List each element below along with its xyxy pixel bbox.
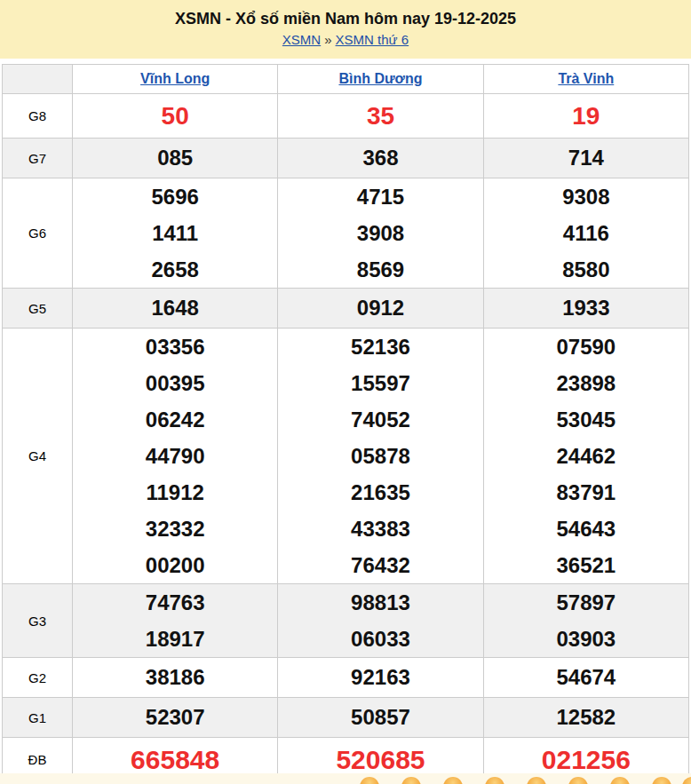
result-number: 3908 (278, 215, 482, 251)
result-number: 05878 (278, 438, 482, 474)
result-number: 368 (278, 139, 482, 178)
lottery-ball-icon (527, 777, 546, 784)
result-number: 8580 (484, 251, 688, 288)
result-number: 085 (73, 139, 277, 178)
ball-strip (0, 773, 691, 784)
prize-row-g3: G3 74763 18917 98813 06033 57897 03903 (3, 584, 689, 658)
result-number: 83791 (484, 474, 688, 511)
corner-cell (3, 65, 73, 94)
prize-row-g7: G7 085 368 714 (3, 139, 689, 178)
prize-row-g4: G4 03356 00395 06242 44790 11912 32332 0… (3, 329, 689, 584)
result-number: 54643 (484, 511, 688, 547)
lottery-results-table: Vĩnh Long Bình Dương Trà Vinh G8 50 35 1… (2, 64, 689, 782)
result-number: 52307 (73, 698, 277, 737)
result-number: 74763 (73, 584, 277, 621)
result-number: 4116 (484, 215, 688, 251)
result-number: 8569 (278, 251, 482, 288)
result-number: 0912 (278, 289, 482, 328)
lottery-ball-icon (682, 777, 691, 784)
result-number: 00200 (73, 547, 277, 583)
lottery-ball-icon (401, 777, 421, 784)
page-title: XSMN - Xổ số miền Nam hôm nay 19-12-2025 (0, 9, 691, 28)
result-number: 06242 (73, 401, 277, 438)
result-number: 50 (73, 94, 277, 138)
prize-row-g5: G5 1648 0912 1933 (3, 289, 689, 329)
province-header: Vĩnh Long (73, 65, 278, 94)
prize-row-g1: G1 52307 50857 12582 (3, 698, 689, 738)
result-number: 43383 (278, 511, 482, 547)
prize-label: G6 (3, 178, 73, 289)
result-number: 19 (484, 94, 688, 138)
prize-label: G5 (3, 289, 73, 329)
result-number: 15597 (278, 365, 482, 401)
result-number: 53045 (484, 401, 688, 438)
prize-label: G4 (3, 329, 73, 584)
result-number: 23898 (484, 365, 688, 401)
prize-label: G2 (3, 658, 73, 698)
result-number: 54674 (484, 658, 688, 697)
result-number: 03356 (73, 329, 277, 365)
result-number: 03903 (484, 621, 688, 657)
prize-label: G3 (3, 584, 73, 658)
province-link-binh-duong[interactable]: Bình Dương (338, 71, 422, 86)
result-number: 44790 (73, 438, 277, 474)
breadcrumb-link-current[interactable]: XSMN thứ 6 (336, 32, 409, 47)
lottery-ball-icon (443, 777, 463, 784)
page-header: XSMN - Xổ số miền Nam hôm nay 19-12-2025… (0, 0, 691, 59)
breadcrumb-link-xsmn[interactable]: XSMN (282, 32, 321, 47)
result-number: 18917 (73, 621, 277, 657)
result-number: 4715 (278, 178, 482, 215)
lottery-ball-icon (652, 777, 671, 784)
result-number: 5696 (73, 178, 277, 215)
prize-label: G7 (3, 139, 73, 178)
province-header: Bình Dương (278, 65, 483, 94)
results-table-wrapper: Vĩnh Long Bình Dương Trà Vinh G8 50 35 1… (0, 59, 691, 782)
prize-row-g2: G2 38186 92163 54674 (3, 658, 689, 698)
prize-row-g8: G8 50 35 19 (3, 94, 689, 139)
result-number: 21635 (278, 474, 482, 511)
result-number: 07590 (484, 329, 688, 365)
result-number: 06033 (278, 621, 482, 657)
lottery-ball-icon (485, 777, 504, 784)
result-number: 1411 (73, 215, 277, 251)
result-number: 2658 (73, 251, 277, 288)
result-number: 57897 (484, 584, 688, 621)
lottery-ball-icon (360, 777, 379, 784)
result-number: 1933 (484, 289, 688, 328)
result-number: 24462 (484, 438, 688, 474)
result-number: 38186 (73, 658, 277, 697)
result-number: 74052 (278, 401, 482, 438)
result-number: 76432 (278, 547, 482, 583)
result-number: 32332 (73, 511, 277, 547)
result-number: 00395 (73, 365, 277, 401)
lottery-ball-icon (568, 777, 588, 784)
province-link-vinh-long[interactable]: Vĩnh Long (140, 71, 210, 86)
result-number: 714 (484, 139, 688, 178)
prize-row-g6: G6 5696 1411 2658 4715 3908 8569 9308 41… (3, 178, 689, 289)
result-number: 9308 (484, 178, 688, 215)
result-number: 92163 (278, 658, 482, 697)
result-number: 11912 (73, 474, 277, 511)
result-number: 35 (278, 94, 482, 138)
province-link-tra-vinh[interactable]: Trà Vinh (558, 71, 614, 86)
result-number: 36521 (484, 547, 688, 583)
result-number: 98813 (278, 584, 482, 621)
lottery-ball-icon (610, 777, 630, 784)
prize-label: G8 (3, 94, 73, 139)
result-number: 12582 (484, 698, 688, 737)
result-number: 50857 (278, 698, 482, 737)
province-header-row: Vĩnh Long Bình Dương Trà Vinh (3, 65, 689, 94)
breadcrumb: XSMN»XSMN thứ 6 (0, 32, 691, 47)
province-header: Trà Vinh (483, 65, 688, 94)
result-number: 52136 (278, 329, 482, 365)
prize-label: G1 (3, 698, 73, 738)
breadcrumb-separator: » (324, 32, 331, 47)
result-number: 1648 (73, 289, 277, 328)
